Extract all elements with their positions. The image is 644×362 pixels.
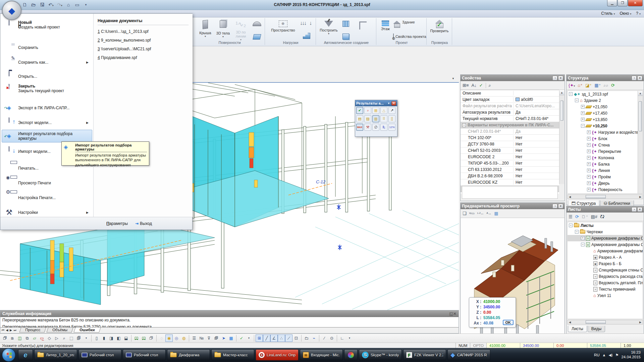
lock-cube-icon[interactable]: 🗀 [303, 335, 310, 342]
taskbar-folder-masterclass[interactable]: Мастер-класс [211, 349, 254, 361]
taskbar-liraland[interactable]: O LiraLand.ru: Опр... [256, 349, 299, 361]
results-palette-header[interactable]: Результаты а... ▼ ✕ [355, 100, 397, 106]
hidden-icons-arrow[interactable]: ▲ [602, 353, 606, 357]
recent-doc-2[interactable]: 2 9_колонны_выполнено.spf [98, 38, 189, 43]
taskbar-ie[interactable]: e [18, 349, 33, 361]
tree-item-node[interactable]: ·⌂Узел 11 [568, 292, 643, 299]
properties-panel-header[interactable]: Свойства ◔ ✕ [461, 75, 565, 81]
tree-item-sheet[interactable]: −≣Армирование диафрагмы С [568, 241, 643, 248]
close-icon[interactable]: ✕ [453, 311, 457, 316]
close-icon[interactable]: ✕ [637, 76, 642, 80]
dimension-12-icon[interactable]: ¹·²↔ [477, 212, 484, 215]
palette-max-icon[interactable]: MAX [356, 124, 363, 131]
dome-button[interactable] [251, 19, 263, 26]
tree-item-floor[interactable]: ++21,050 [568, 104, 643, 110]
close-icon[interactable]: ✕ [558, 76, 563, 80]
dimension-a-icon[interactable]: ᴬ↔ [487, 212, 492, 215]
tab-process[interactable]: Процесс [19, 327, 46, 333]
properties-scrollbar[interactable]: ▲ [559, 90, 564, 184]
tree-item-category[interactable]: +{✦Стена [568, 142, 643, 148]
lamp-group-icon[interactable]: ◎ [173, 335, 180, 342]
sheets-panel-header[interactable]: Листы ◔ ✕ [567, 206, 644, 213]
tree-item-category[interactable]: +{✦Поверхность [568, 186, 643, 193]
book-z-icon[interactable]: 🗇 [148, 335, 155, 342]
list-icon[interactable]: ☰ [569, 214, 573, 219]
clock[interactable]: 16:23 24.04.2015 [621, 350, 641, 360]
taskbar-folder-diafragma[interactable]: Диафрагма [167, 349, 210, 361]
pencil-mode-icon[interactable]: ∕ [321, 335, 328, 342]
ucs-icon[interactable]: ∟ [338, 335, 346, 342]
distributed-load-button[interactable]: ↓↓↓ [299, 20, 307, 26]
palette-diameter-icon[interactable]: ∅ [372, 124, 379, 131]
mirror-icon[interactable]: ◫ [16, 335, 23, 342]
tab-sheets[interactable]: Листы [568, 326, 587, 332]
palette-warning-icon[interactable]: △ [380, 107, 387, 114]
cursor-filter-icon[interactable]: ➤ [220, 335, 227, 342]
pin-icon[interactable]: ◔ [632, 76, 637, 80]
structure-scrollbar[interactable]: ▲ [638, 91, 643, 193]
application-button[interactable]: ◆ [2, 1, 21, 20]
open-icon[interactable]: 🗁 [30, 1, 37, 8]
palette-bars-icon[interactable]: ‖¡ [380, 124, 387, 131]
pin-icon[interactable]: ◔ [552, 204, 557, 208]
view-left-icon[interactable]: ◨ [108, 335, 115, 342]
menu-item-export-lira[interactable]: ◈ Экспорт в ПК ЛИРА-САПР... [2, 102, 92, 114]
save-icon[interactable]: 🖫 [39, 1, 46, 8]
menu-item-new[interactable]: Н НовыйСоздать новый проект [2, 19, 92, 32]
apply-icon[interactable]: ✓ [479, 83, 483, 88]
layers-list-icon[interactable]: ☰ [191, 335, 198, 342]
close-icon[interactable]: ✕ [637, 207, 642, 212]
snap-line-icon[interactable]: ⟋ [285, 335, 292, 342]
property-row[interactable]: Описание [461, 90, 559, 97]
image-icon[interactable]: ▩ [494, 211, 498, 216]
filter-doc-icon[interactable]: 🗊 [213, 335, 220, 342]
taskbar-skype[interactable]: S Skype™ - koroly... [359, 349, 402, 361]
sort-az-icon[interactable]: A↓ [471, 83, 476, 88]
new-floor-icon[interactable]: ◪⁺ [585, 83, 592, 88]
menu-style[interactable]: Стиль▾ [601, 11, 615, 16]
tree-item-category[interactable]: +{✦Нагрузки и воздейств [568, 129, 643, 135]
property-row[interactable]: СП 63.13330.2012Нет [461, 167, 559, 173]
parameters-button[interactable]: ППараметры [106, 221, 128, 226]
palette-close-icon[interactable]: ✕ [391, 101, 396, 106]
pin-icon[interactable]: ◔ [552, 76, 557, 80]
palette-layers-x-icon[interactable]: ▤ [356, 115, 363, 122]
tree-item-project[interactable]: −◆✦зд_1_2013.spf [568, 91, 643, 97]
snap-diag-icon[interactable]: ╱ [263, 335, 270, 342]
property-row[interactable]: ТСН 102-00*Нет [461, 135, 559, 141]
palette-tools-icon[interactable]: ⚒ [364, 124, 371, 131]
close-icon[interactable]: ✕ [558, 204, 563, 208]
copy-object2-icon[interactable]: 🗈 [9, 335, 16, 342]
new-sheet-icon[interactable]: 🗋⁺ [582, 214, 588, 219]
tree-item-sheets-root[interactable]: −Листы [568, 222, 643, 229]
snap-grid-icon[interactable]: ⊞ [256, 335, 263, 342]
palette-hatch-y-icon[interactable]: ▨ [364, 115, 371, 122]
property-row[interactable]: ТКП/ОР 45-5.03-...200Нет [461, 160, 559, 167]
property-group-variants[interactable]: −Варианты конструирования в ПК ЛИРА-С... [461, 122, 559, 128]
palette-arrow-icon[interactable]: ↗ [388, 107, 395, 114]
recent-doc-1[interactable]: 1 C:\Users\...\зд_1_2013.spf [98, 29, 189, 34]
language-indicator[interactable]: RU [594, 353, 600, 357]
property-row[interactable]: Цвет закладокa0c8f0 [461, 97, 559, 103]
sheet-number-icon[interactable]: ▤# [591, 214, 597, 219]
menu-item-export-model[interactable]: Экспорт модели... ▶ [2, 116, 92, 129]
snap-angle-icon[interactable]: ∠ [270, 335, 278, 342]
undo-icon[interactable]: ↶▾ [48, 1, 54, 8]
menu-window[interactable]: Окно▾ [620, 11, 631, 16]
tab-views[interactable]: Виды [588, 326, 605, 332]
cube-view-icon[interactable]: ❑ [463, 211, 467, 216]
ruler-icon[interactable]: ▭ [74, 1, 80, 8]
taskbar-desktop-2[interactable]: Рабочий стол [123, 349, 166, 361]
ortho-toggle[interactable]: ОРТО [470, 343, 486, 348]
find-icon[interactable]: ⌕⌕ [603, 83, 608, 88]
tree-item-spec[interactable]: ·≡Ведомость расхода стал [568, 273, 643, 280]
tree-item-spec[interactable]: ·≡Спецификация стены С- [568, 267, 643, 273]
menu-item-save-as[interactable]: Сохранить как... ▶ [2, 56, 92, 69]
qat-customize-icon[interactable]: ▾ [83, 1, 89, 8]
numbering-icon[interactable]: № [198, 335, 205, 342]
recent-doc-4[interactable]: 4 Продавливание.spf [98, 55, 189, 60]
structure-hscrollbar[interactable]: ◀▶ [567, 194, 643, 199]
array-icon[interactable]: ⧉ [23, 335, 31, 342]
apply-caret-icon[interactable]: ▾ [245, 335, 253, 342]
palette-grid-z-icon[interactable]: ▥ [372, 115, 379, 122]
